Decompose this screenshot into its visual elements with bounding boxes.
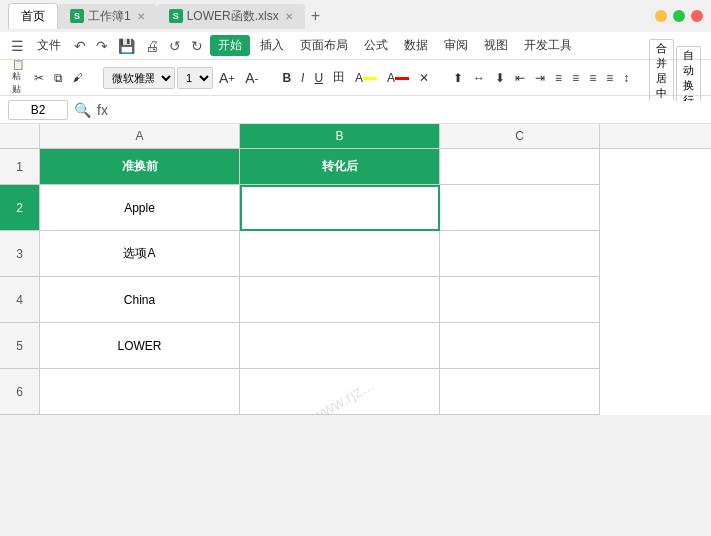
cell-c6[interactable] (440, 369, 600, 415)
copy-button[interactable]: ⧉ (50, 69, 67, 87)
text-direction-button[interactable]: ↕ (619, 69, 633, 87)
row-header-2[interactable]: 2 (0, 185, 40, 231)
cell-c3[interactable] (440, 231, 600, 277)
undo2-icon[interactable]: ↺ (169, 38, 181, 54)
align-middle-button[interactable]: ↔ (469, 69, 489, 87)
menu-insert[interactable]: 插入 (254, 35, 290, 56)
win-minimize[interactable] (655, 10, 667, 22)
underline-button[interactable]: U (310, 69, 327, 87)
redo-icon[interactable]: ↷ (96, 38, 108, 54)
cell-b6[interactable] (240, 369, 440, 415)
paste-button[interactable]: 📋 粘贴 (8, 57, 28, 98)
corner-cell (0, 124, 40, 148)
cell-c4[interactable] (440, 277, 600, 323)
menu-page-layout[interactable]: 页面布局 (294, 35, 354, 56)
italic-button[interactable]: I (297, 69, 308, 87)
indent-right-button[interactable]: ⇥ (531, 69, 549, 87)
col-header-c[interactable]: C (440, 124, 600, 148)
tab-home-label: 首页 (21, 8, 45, 25)
menu-toggle-icon[interactable]: ☰ (11, 38, 24, 54)
tab-workbook-label: 工作簿1 (88, 8, 131, 25)
undo-icon[interactable]: ↶ (74, 38, 86, 54)
font-color-bar (395, 77, 409, 80)
menu-review[interactable]: 审阅 (438, 35, 474, 56)
indent-left-button[interactable]: ⇤ (511, 69, 529, 87)
fill-color-bar (363, 77, 377, 80)
font-size-select[interactable]: 12 (177, 67, 213, 89)
cell-c5[interactable] (440, 323, 600, 369)
cell-c1[interactable] (440, 149, 600, 185)
cut-button[interactable]: ✂ (30, 69, 48, 87)
cell-b4[interactable] (240, 277, 440, 323)
row-header-1[interactable]: 1 (0, 149, 40, 185)
align-right-button[interactable]: ≡ (585, 69, 600, 87)
formula-bar: 🔍 fx (0, 96, 711, 124)
table-row: 选项A (40, 231, 711, 277)
table-row (40, 369, 711, 415)
align-center-button[interactable]: ≡ (568, 69, 583, 87)
row-header-5[interactable]: 5 (0, 323, 40, 369)
row-header-3[interactable]: 3 (0, 231, 40, 277)
auto-wrap-label: 自动换行 (683, 49, 694, 106)
table-row: China (40, 277, 711, 323)
row-header-4[interactable]: 4 (0, 277, 40, 323)
border-button[interactable]: 田 (329, 67, 349, 88)
font-size-decrease[interactable]: A- (241, 68, 262, 88)
title-bar: 首页 S 工作簿1 ✕ S LOWER函数.xlsx ✕ + (0, 0, 711, 32)
font-color-button[interactable]: A (383, 69, 413, 87)
tab-lower-close[interactable]: ✕ (285, 11, 293, 22)
clear-button[interactable]: ✕ (415, 69, 433, 87)
align-bottom-button[interactable]: ⬇ (491, 69, 509, 87)
menu-file[interactable]: 文件 (31, 35, 67, 56)
col-header-b[interactable]: B (240, 124, 440, 148)
col-header-a[interactable]: A (40, 124, 240, 148)
tab-lower-label: LOWER函数.xlsx (187, 8, 279, 25)
zoom-icon[interactable]: 🔍 (74, 102, 91, 118)
align-top-button[interactable]: ⬆ (449, 69, 467, 87)
font-name-select[interactable]: 微软雅黑 (103, 67, 175, 89)
cell-a1[interactable]: 准换前 (40, 149, 240, 185)
font-group: 微软雅黑 12 A+ A- (103, 67, 262, 89)
fx-icon[interactable]: fx (97, 102, 108, 118)
cell-b1[interactable]: 转化后 (240, 149, 440, 185)
cell-b2[interactable] (240, 185, 440, 231)
tab-lower[interactable]: S LOWER函数.xlsx ✕ (157, 4, 305, 29)
row-header-6[interactable]: 6 (0, 369, 40, 415)
cell-c2[interactable] (440, 185, 600, 231)
table-row: Apple (40, 185, 711, 231)
cell-reference-input[interactable] (8, 100, 68, 120)
bold-button[interactable]: B (278, 69, 295, 87)
print-icon[interactable]: 🖨 (145, 38, 159, 54)
redo2-icon[interactable]: ↻ (191, 38, 203, 54)
table-row: LOWER (40, 323, 711, 369)
font-size-increase[interactable]: A+ (215, 68, 239, 88)
tab-home[interactable]: 首页 (8, 3, 58, 29)
justify-button[interactable]: ≡ (602, 69, 617, 87)
spreadsheet-body: 1 2 3 4 5 6 准换前 转化后 Apple 选项A (0, 149, 711, 415)
cell-a4[interactable]: China (40, 277, 240, 323)
win-maximize[interactable] (673, 10, 685, 22)
cell-a3[interactable]: 选项A (40, 231, 240, 277)
align-group: ⬆ ↔ ⬇ ⇤ ⇥ ≡ ≡ ≡ ≡ ↕ (449, 69, 633, 87)
menu-view[interactable]: 视图 (478, 35, 514, 56)
menu-dev[interactable]: 开发工具 (518, 35, 578, 56)
menu-data[interactable]: 数据 (398, 35, 434, 56)
tab-add-button[interactable]: + (311, 7, 320, 25)
win-close[interactable] (691, 10, 703, 22)
merge-label: 合并居中 (656, 42, 667, 99)
tab-workbook-close[interactable]: ✕ (137, 11, 145, 22)
cell-b5[interactable] (240, 323, 440, 369)
align-left-button[interactable]: ≡ (551, 69, 566, 87)
save-icon[interactable]: 💾 (118, 38, 135, 54)
format-painter-button[interactable]: 🖌 (69, 70, 87, 85)
cell-a5[interactable]: LOWER (40, 323, 240, 369)
menu-formula[interactable]: 公式 (358, 35, 394, 56)
tab-workbook[interactable]: S 工作簿1 ✕ (58, 4, 157, 29)
cell-b3[interactable] (240, 231, 440, 277)
spreadsheet: A B C 1 2 3 4 5 6 准换前 转化后 Apple (0, 124, 711, 415)
menu-start-active[interactable]: 开始 (210, 35, 250, 56)
cell-a6[interactable] (40, 369, 240, 415)
cell-a2[interactable]: Apple (40, 185, 240, 231)
fill-color-button[interactable]: A (351, 69, 381, 87)
formula-input[interactable] (114, 101, 703, 119)
